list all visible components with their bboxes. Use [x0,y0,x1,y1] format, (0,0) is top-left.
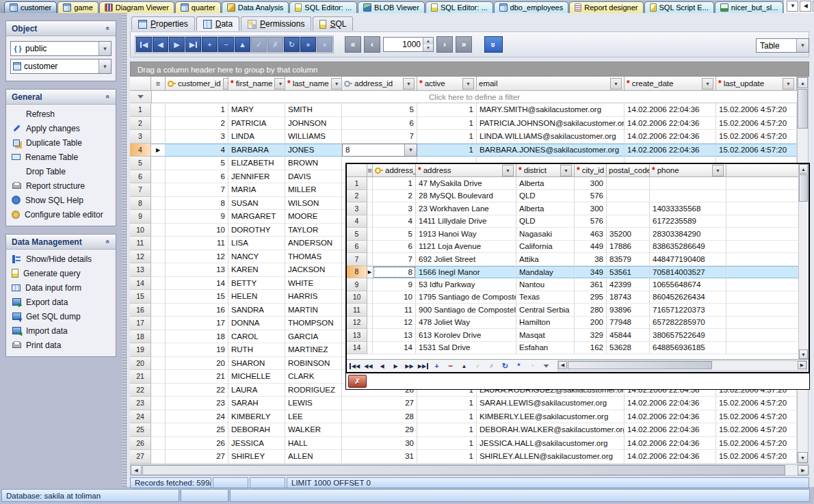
delete-record-icon[interactable]: − [218,37,234,52]
grid-cell[interactable]: 12 [166,250,228,264]
window-tab-sql-editor-[interactable]: SQL Editor: ... [425,1,493,13]
grid-cell[interactable]: 349 [575,266,607,279]
column-header-last_name[interactable]: *last_name▼ [285,77,342,91]
grid-cell[interactable]: DONNA [228,317,285,330]
grid-cell[interactable]: LEE [285,410,342,424]
grid-cell[interactable]: 12 [373,317,416,330]
grid-cell[interactable]: 15.02.2006 4:57:20 [716,130,797,144]
fetch-all-icon[interactable]: * [300,37,316,52]
grid-cell[interactable]: PATRICIA [228,117,285,131]
next-record-icon[interactable]: ▶ [169,37,185,52]
table-row[interactable]: 4▶4BARBARAJONES8▼1BARBARA.JONES@sakilacu… [130,144,797,157]
detail-row[interactable]: 551913 Hanoi WayNagasaki4633520028303384… [347,228,799,241]
grid-cell[interactable]: MARY [228,103,285,117]
detail-row[interactable]: 441411 Lillydale DriveQLD5766172235589 [347,215,799,228]
tab-permissions[interactable]: Permissions [241,16,311,31]
grid-cell[interactable]: THOMPSON [285,317,342,330]
detail-row[interactable]: 1147 MySakila DriveAlberta300 [347,177,799,190]
window-tab-report-designer[interactable]: Report designer [569,1,643,13]
window-tab-diagram-viewer[interactable]: Diagram Viewer [99,1,174,13]
refresh-records-icon[interactable]: ↻ [284,37,300,52]
scroll-left-icon[interactable]: ◀ [131,465,142,475]
grid-cell[interactable]: 10655648674 [650,278,726,291]
grid-cell[interactable]: DEBORAH [228,423,285,437]
grid-cell[interactable]: 53 Idfu Parkway [416,278,516,291]
grid-cell[interactable]: 28303384290 [650,228,726,241]
grid-cell[interactable]: Alberta [516,177,575,190]
grid-cell[interactable]: 361 [575,278,607,291]
grid-cell[interactable]: TAYLOR [285,224,342,237]
insert-record-icon[interactable]: + [202,37,218,52]
filter-funnel-cell[interactable] [130,91,152,103]
column-header-email[interactable]: email▼ [477,77,625,91]
grid-cell[interactable] [650,177,726,190]
grid-cell[interactable]: 1 [417,130,477,144]
sidebar-item-data-input-form[interactable]: Data input form [6,280,116,295]
next-page-icon[interactable]: › [436,36,453,53]
grid-cell[interactable]: 14 [373,342,416,355]
column-header-create_date[interactable]: *create_date▼ [625,77,716,91]
grid-cell[interactable]: 2 [373,190,416,203]
grid-horizontal-scrollbar[interactable]: ◀ ▶ [130,464,809,476]
grid-cell[interactable]: LINDA.WILLIAMS@sakilacustomer.org [477,130,625,144]
grid-cell[interactable]: 35200 [607,228,650,241]
grid-cell[interactable]: HARRIS [285,290,342,304]
scroll-left-icon[interactable]: ◀ [800,1,811,12]
grid-cell[interactable]: HALL [285,437,342,451]
table-row[interactable]: 2525DEBORAHWALKER291DEBORAH.WALKER@sakil… [130,423,797,437]
window-tab-quarter[interactable]: quarter [175,1,221,13]
sidebar-item-duplicate-table[interactable]: Duplicate Table [6,135,116,150]
grid-cell[interactable]: ELIZABETH [228,157,285,170]
grid-cell[interactable]: 14.02.2006 22:04:36 [625,410,716,424]
grid-cell[interactable]: 16 [166,304,228,317]
grid-cell[interactable]: 300 [575,177,607,190]
grid-cell[interactable]: KAREN [228,263,285,277]
grid-cell[interactable]: THOMAS [285,250,342,264]
column-header-postal_code[interactable]: postal_code▼ [607,164,650,177]
grid-cell[interactable]: RODRIGUEZ [285,384,342,397]
column-header-city_id[interactable]: *city_id▼ [575,164,607,177]
filter-dropdown-icon[interactable]: ▼ [502,165,514,176]
grid-cell[interactable]: ALLEN [285,450,342,464]
grid-cell[interactable]: 53628 [607,342,650,355]
window-tab-sql-script-e-[interactable]: SQL Script E... [644,1,714,13]
grid-cell[interactable]: 6172235589 [650,215,726,228]
grid-cell[interactable]: 77948 [607,317,650,330]
grid-cell[interactable]: 25 [166,423,228,437]
grid-cell[interactable]: Esfahan [516,342,575,355]
sidebar-item-report-structure[interactable]: Report structure [6,178,116,193]
scroll-right-icon[interactable]: ▶ [798,465,809,475]
prior-record-icon[interactable]: ◀ [153,37,168,52]
grid-cell[interactable]: 7 [342,130,417,144]
filter-dropdown-icon[interactable]: ▼ [223,78,228,90]
grid-cell[interactable]: 15.02.2006 4:57:20 [716,423,797,437]
sidebar-item-rename-table[interactable]: Rename Table [6,150,116,164]
grid-cell[interactable]: 7 [373,253,416,266]
grid-cell[interactable]: SHARON [228,357,285,371]
detail-horizontal-scrollbar[interactable]: ◀▶ [557,360,807,371]
grid-cell[interactable]: MARTIN [285,304,342,317]
detail-row[interactable]: 661121 Loja AvenueCalifornia449178868386… [347,241,799,254]
spin-up-icon[interactable]: ▲ [423,38,433,44]
grid-cell[interactable]: JESSICA.HALL@sakilacustomer.org [477,437,625,451]
grid-cell[interactable]: Texas [516,291,575,304]
scrollbar-thumb[interactable] [798,89,808,129]
grid-cell[interactable]: JOHNSON [285,117,342,131]
grid-cell[interactable]: 295 [575,291,607,304]
grid-cell[interactable]: 27 [342,397,417,410]
grid-cell[interactable]: 162 [575,342,607,355]
grid-cell[interactable]: 5 [373,228,416,241]
grid-cell[interactable]: BROWN [285,157,342,170]
column-header-customer_id[interactable]: customer_id▼ [166,77,228,91]
grid-cell[interactable]: 1 [166,103,228,117]
grid-cell[interactable]: 3 [166,130,228,144]
scrollbar-thumb[interactable] [568,361,712,369]
sidebar-item-drop-table[interactable]: Drop Table [6,164,116,178]
view-mode-select[interactable]: Table ▼ [756,38,809,53]
grid-cell[interactable]: JENNIFER [228,170,285,184]
grid-cell[interactable]: 613 Korolev Drive [416,329,516,342]
table-row[interactable]: 22PATRICIAJOHNSON61PATRICIA.JOHNSON@saki… [130,117,797,131]
delete-record-icon[interactable]: − [444,360,457,372]
column-menu-header[interactable]: ≡ [367,164,373,177]
scroll-down-icon[interactable]: ▼ [799,349,808,359]
